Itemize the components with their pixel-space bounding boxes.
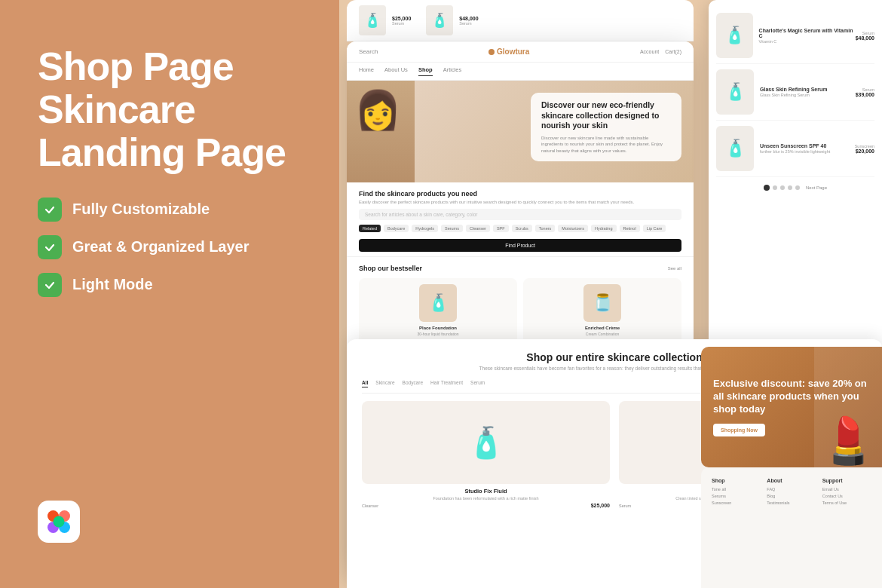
plist-price-2: $39,000 xyxy=(856,92,874,97)
footer-support-item-2[interactable]: Contact Us xyxy=(822,494,871,498)
tag-scrubs[interactable]: Scrubs xyxy=(512,225,532,232)
promo-banner: Exclusive discount: save 20% on all skin… xyxy=(701,347,882,467)
plist-item-left-2: 🧴 Glass Skin Refining Serum Glass Skin R… xyxy=(716,69,827,115)
tag-retinol[interactable]: Retinol xyxy=(620,225,640,232)
dot-2[interactable] xyxy=(773,185,777,190)
check-icon-3 xyxy=(44,279,56,291)
tab-home[interactable]: Home xyxy=(359,66,374,76)
coll-tab-skincare[interactable]: Skincare xyxy=(375,380,394,387)
footer-col-shop: Shop Tone all Serums Sunscreen xyxy=(712,478,761,577)
footer-about-item-2[interactable]: Blog xyxy=(767,494,816,498)
pagination: Next Page xyxy=(716,185,874,191)
search-bar[interactable]: Search for articles about a skin care, c… xyxy=(359,209,681,220)
hero-text-box: Discover our new eco-friendly skincare c… xyxy=(531,93,681,161)
nav-account[interactable]: Account xyxy=(640,49,659,54)
footer-shop-item-1[interactable]: Tone all xyxy=(712,487,761,492)
strip-thumb-2: 🧴 xyxy=(426,5,453,35)
coll-tab-bodycare[interactable]: Bodycare xyxy=(403,380,423,387)
footer-support-item-3[interactable]: Terms of Use xyxy=(822,501,871,505)
plist-name-1: Charlotte's Magic Serum with Vitamin C xyxy=(759,28,856,38)
find-product-button[interactable]: Find Product xyxy=(359,239,681,252)
product-card-name-1: Place Foundation xyxy=(365,326,511,330)
plist-cat-3: Sunscreen xyxy=(855,144,874,149)
tag-bodycare[interactable]: Bodycare xyxy=(384,225,409,232)
footer-about-item-1[interactable]: FAQ xyxy=(767,487,816,492)
promo-model-image: 💄 xyxy=(814,347,882,467)
plist-price-3: $20,000 xyxy=(855,149,874,154)
feature-label-customizable: Fully Customizable xyxy=(72,201,210,218)
coll-product-1[interactable]: 🧴 Studio Fix Fluid Foundation has been r… xyxy=(362,401,610,508)
search-section: Find the skincare products you need Easi… xyxy=(347,182,694,257)
tag-hydrogels[interactable]: Hydrogels xyxy=(412,225,438,232)
strip-info-1: $25,000 Serum xyxy=(392,16,411,26)
coll-tab-serum[interactable]: Serum xyxy=(470,380,485,387)
footer-about-item-3[interactable]: Testimonials xyxy=(767,501,816,505)
plist-sub-1: Vitamin C xyxy=(759,39,856,44)
tag-lipcare[interactable]: Lip Care xyxy=(643,225,666,232)
nav-cart[interactable]: Cart(2) xyxy=(665,49,681,54)
footer-col-support: Support Email Us Contact Us Terms of Use xyxy=(822,478,871,577)
coll-product-desc-1: Foundation has been reformulated with a … xyxy=(362,496,610,501)
nav-actions: Account Cart(2) xyxy=(640,49,681,54)
strip-info-2: $48,000 Serum xyxy=(459,16,478,26)
tag-toners[interactable]: Toners xyxy=(535,225,556,232)
nav-search-label[interactable]: Search xyxy=(359,48,378,55)
search-desc: Easily discover the perfect skincare pro… xyxy=(359,200,681,204)
footer-shop-item-2[interactable]: Serums xyxy=(712,494,761,498)
filter-tags: Related Bodycare Hydrogels Serums Cleans… xyxy=(359,225,681,232)
coll-product-img-1: 🧴 xyxy=(362,401,610,484)
plist-item-1[interactable]: 🧴 Charlotte's Magic Serum with Vitamin C… xyxy=(716,8,874,64)
plist-info-2: Glass Skin Refining Serum Glass Skin Ref… xyxy=(760,87,827,97)
plist-price-1: $48,000 xyxy=(856,35,874,41)
tag-serums[interactable]: Serums xyxy=(441,225,463,232)
hero-title: Discover our new eco-friendly skincare c… xyxy=(541,100,671,131)
tag-moisturizers[interactable]: Moisturizers xyxy=(558,225,588,232)
coll-tab-hair[interactable]: Hair Treatment xyxy=(430,380,463,387)
coll-price-1: $25,000 xyxy=(591,503,610,508)
footer-about-title: About xyxy=(767,478,816,483)
tag-hydrating[interactable]: Hydrating xyxy=(591,225,617,232)
next-page-label[interactable]: Next Page xyxy=(806,185,827,190)
bestseller-title: Shop our bestseller xyxy=(359,265,422,272)
tag-spf[interactable]: SPF xyxy=(493,225,509,232)
product-card-name-2: Enriched Crème xyxy=(529,326,675,330)
search-placeholder: Search for articles about a skin care, c… xyxy=(365,212,477,217)
plist-sub-3: further blur is 25% invisible lightweigh… xyxy=(760,149,830,154)
page-title: Shop PageSkincareLanding Page xyxy=(38,45,302,175)
tab-articles[interactable]: Articles xyxy=(443,66,462,76)
plist-item-2[interactable]: 🧴 Glass Skin Refining Serum Glass Skin R… xyxy=(716,64,874,121)
footer-support-item-1[interactable]: Email Us xyxy=(822,487,871,492)
feature-item-customizable: Fully Customizable xyxy=(38,198,302,222)
footer-shop-item-3[interactable]: Sunscreen xyxy=(712,501,761,505)
tag-cleanser[interactable]: Cleanser xyxy=(466,225,490,232)
promo-button[interactable]: Shopping Now xyxy=(713,424,765,436)
see-all-link[interactable]: See all xyxy=(668,266,681,271)
tab-about[interactable]: About Us xyxy=(384,66,408,76)
strip-price-2: $48,000 xyxy=(459,16,478,21)
svg-point-4 xyxy=(54,516,65,528)
dot-3[interactable] xyxy=(780,185,785,190)
plist-info-3: Unseen Sunscreen SPF 40 further blur is … xyxy=(760,143,830,154)
plist-thumb-2: 🧴 xyxy=(716,69,754,115)
footer-support-title: Support xyxy=(822,478,871,483)
strip-item-1: 🧴 $25,000 Serum xyxy=(359,5,411,35)
tag-related[interactable]: Related xyxy=(359,225,381,232)
coll-product-name-1: Studio Fix Fluid xyxy=(362,488,610,495)
nav-brand: Glowtura xyxy=(488,47,529,56)
figma-icon xyxy=(47,510,70,533)
dot-4[interactable] xyxy=(788,185,792,190)
hero-model xyxy=(347,81,415,182)
dot-5[interactable] xyxy=(795,185,800,190)
plist-item-3[interactable]: 🧴 Unseen Sunscreen SPF 40 further blur i… xyxy=(716,121,874,177)
tab-shop[interactable]: Shop xyxy=(418,66,433,76)
check-icon-2 xyxy=(44,241,56,253)
product-list-mock: 🧴 Charlotte's Magic Serum with Vitamin C… xyxy=(709,0,882,347)
strip-cat-2: Serum xyxy=(459,21,478,26)
footer-mini: Shop Tone all Serums Sunscreen About FAQ… xyxy=(701,467,882,588)
coll-cat-2: Serum xyxy=(619,504,631,508)
coll-tab-all[interactable]: All xyxy=(362,380,368,387)
check-badge-mode xyxy=(38,273,62,297)
dot-1[interactable] xyxy=(764,185,770,191)
figma-badge xyxy=(38,501,80,543)
features-list: Fully Customizable Great & Organized Lay… xyxy=(38,198,302,297)
